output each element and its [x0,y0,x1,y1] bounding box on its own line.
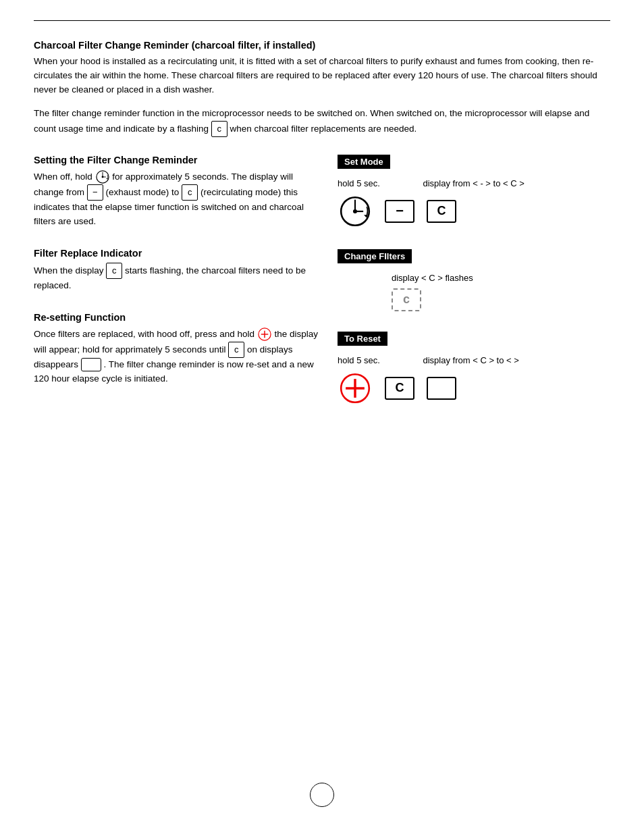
right-column: Set Mode hold 5 sec. display from < - > … [338,155,610,426]
display-from-set: display from < - > to < C > [423,178,525,188]
minus-diagram-item: − [385,200,414,223]
setting-text-mid2: (exhaust mode) to [106,186,182,197]
resetting-title: Re-setting Function [34,312,324,323]
filter-replace-title: Filter Replace Indicator [34,248,324,259]
para2-suffix: when charcoal filter replacements are ne… [230,123,417,133]
charcoal-filter-para2: The filter change reminder function in t… [34,107,610,137]
change-filters-label: Change FIlters [338,249,412,263]
page: Charcoal Filter Change Reminder (charcoa… [0,0,644,834]
resetting-prefix: Once filters are replaced, with hood off… [34,328,257,338]
charcoal-filter-title: Charcoal Filter Change Reminder (charcoa… [34,40,610,51]
setting-filter-subsection: Setting the Filter Change Reminder When … [34,155,324,229]
plus-diagram-icon [338,371,373,406]
clock-diagram-icon [338,194,373,229]
charcoal-filter-para1: When your hood is installed as a recircu… [34,55,610,97]
clock-diagram-item [338,194,373,229]
setting-text-prefix: When off, hold [34,171,95,181]
change-filters-section: Change FIlters display < C > flashes c [338,249,610,311]
empty-box-inline [81,358,101,371]
resetting-subsection: Re-setting Function Once filters are rep… [34,312,324,386]
c-reset-diagram-item: C [385,377,414,400]
filter-replace-c-inline: c [106,263,122,279]
resetting-c-inline: c [228,342,244,358]
c-diagram-item: C [427,200,456,223]
minus-diagram-box: − [385,200,414,223]
c-box-inline: c [182,184,198,201]
c-flashing-item: c [392,288,421,311]
set-mode-diagram: − C [338,194,610,229]
change-filters-diagram: c [392,288,610,311]
resetting-text: Once filters are replaced, with hood off… [34,327,324,386]
hold-label-set: hold 5 sec. [338,178,380,188]
page-number [310,783,334,807]
plus-circle-icon [257,327,272,342]
to-reset-display-label: hold 5 sec. display from < C > to < > [338,355,610,365]
setting-filter-title: Setting the Filter Change Reminder [34,155,324,165]
to-reset-section: To Reset hold 5 sec. display from < C > … [338,332,610,406]
c-flashing-box: c [392,288,421,311]
plus-diagram-item [338,371,373,406]
c-reset-diagram-box: C [385,377,414,400]
hold-label-reset: hold 5 sec. [338,355,380,365]
filter-replace-text: When the display c starts flashing, the … [34,263,324,293]
left-column: Setting the Filter Change Reminder When … [34,155,324,426]
change-filters-display-label: display < C > flashes [392,273,610,283]
set-mode-label: Set Mode [338,155,390,169]
top-rule [34,20,610,21]
main-content: Setting the Filter Change Reminder When … [34,155,610,426]
c-diagram-box: C [427,200,456,223]
set-mode-display-label: hold 5 sec. display from < - > to < C > [338,178,610,188]
setting-filter-text: When off, hold for approximately 5 secon… [34,170,324,229]
filter-replace-subsection: Filter Replace Indicator When the displa… [34,248,324,293]
clock-icon [95,170,110,184]
empty-reset-diagram-item [427,377,456,400]
set-mode-section: Set Mode hold 5 sec. display from < - > … [338,155,610,229]
empty-reset-diagram-box [427,377,456,400]
charcoal-filter-section: Charcoal Filter Change Reminder (charcoa… [34,40,610,137]
svg-marker-2 [106,178,108,179]
filter-replace-prefix: When the display [34,265,106,275]
to-reset-label: To Reset [338,332,387,346]
minus-box-inline: − [87,184,103,201]
to-reset-diagram: C [338,371,610,406]
inline-c-indicator: c [211,121,227,137]
display-c-flashes: display < C > flashes [392,273,473,283]
display-from-reset: display from < C > to < > [423,355,519,365]
